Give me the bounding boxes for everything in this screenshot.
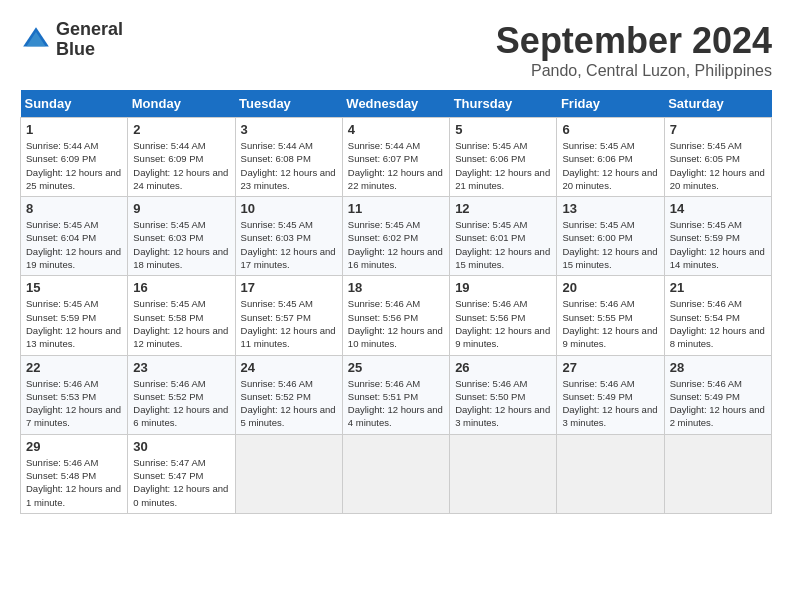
calendar-day-21: 21Sunrise: 5:46 AMSunset: 5:54 PMDayligh…	[664, 276, 771, 355]
header-cell-friday: Friday	[557, 90, 664, 118]
calendar-day-8: 8Sunrise: 5:45 AMSunset: 6:04 PMDaylight…	[21, 197, 128, 276]
calendar-day-28: 28Sunrise: 5:46 AMSunset: 5:49 PMDayligh…	[664, 355, 771, 434]
header-cell-wednesday: Wednesday	[342, 90, 449, 118]
header-cell-monday: Monday	[128, 90, 235, 118]
day-info: Sunrise: 5:46 AMSunset: 5:50 PMDaylight:…	[455, 377, 551, 430]
calendar-week-5: 29Sunrise: 5:46 AMSunset: 5:48 PMDayligh…	[21, 434, 772, 513]
logo-text: General Blue	[56, 20, 123, 60]
calendar-day-7: 7Sunrise: 5:45 AMSunset: 6:05 PMDaylight…	[664, 118, 771, 197]
day-info: Sunrise: 5:46 AMSunset: 5:52 PMDaylight:…	[133, 377, 229, 430]
day-info: Sunrise: 5:45 AMSunset: 6:02 PMDaylight:…	[348, 218, 444, 271]
day-info: Sunrise: 5:47 AMSunset: 5:47 PMDaylight:…	[133, 456, 229, 509]
calendar-day-22: 22Sunrise: 5:46 AMSunset: 5:53 PMDayligh…	[21, 355, 128, 434]
header-cell-sunday: Sunday	[21, 90, 128, 118]
day-info: Sunrise: 5:46 AMSunset: 5:54 PMDaylight:…	[670, 297, 766, 350]
day-number: 1	[26, 122, 122, 137]
day-info: Sunrise: 5:44 AMSunset: 6:08 PMDaylight:…	[241, 139, 337, 192]
day-number: 27	[562, 360, 658, 375]
day-number: 28	[670, 360, 766, 375]
day-info: Sunrise: 5:46 AMSunset: 5:53 PMDaylight:…	[26, 377, 122, 430]
calendar-day-29: 29Sunrise: 5:46 AMSunset: 5:48 PMDayligh…	[21, 434, 128, 513]
calendar-day-9: 9Sunrise: 5:45 AMSunset: 6:03 PMDaylight…	[128, 197, 235, 276]
calendar-day-empty	[450, 434, 557, 513]
calendar-day-17: 17Sunrise: 5:45 AMSunset: 5:57 PMDayligh…	[235, 276, 342, 355]
calendar-table: SundayMondayTuesdayWednesdayThursdayFrid…	[20, 90, 772, 514]
day-number: 19	[455, 280, 551, 295]
day-info: Sunrise: 5:46 AMSunset: 5:51 PMDaylight:…	[348, 377, 444, 430]
day-number: 26	[455, 360, 551, 375]
logo-icon	[20, 24, 52, 56]
calendar-day-24: 24Sunrise: 5:46 AMSunset: 5:52 PMDayligh…	[235, 355, 342, 434]
calendar-week-2: 8Sunrise: 5:45 AMSunset: 6:04 PMDaylight…	[21, 197, 772, 276]
day-info: Sunrise: 5:45 AMSunset: 6:05 PMDaylight:…	[670, 139, 766, 192]
calendar-day-23: 23Sunrise: 5:46 AMSunset: 5:52 PMDayligh…	[128, 355, 235, 434]
day-number: 5	[455, 122, 551, 137]
calendar-day-4: 4Sunrise: 5:44 AMSunset: 6:07 PMDaylight…	[342, 118, 449, 197]
calendar-day-empty	[342, 434, 449, 513]
day-number: 7	[670, 122, 766, 137]
page-header: General Blue September 2024 Pando, Centr…	[20, 20, 772, 80]
day-number: 18	[348, 280, 444, 295]
day-number: 6	[562, 122, 658, 137]
day-number: 2	[133, 122, 229, 137]
calendar-day-10: 10Sunrise: 5:45 AMSunset: 6:03 PMDayligh…	[235, 197, 342, 276]
day-info: Sunrise: 5:46 AMSunset: 5:55 PMDaylight:…	[562, 297, 658, 350]
day-number: 14	[670, 201, 766, 216]
logo: General Blue	[20, 20, 123, 60]
day-info: Sunrise: 5:46 AMSunset: 5:49 PMDaylight:…	[562, 377, 658, 430]
calendar-header: SundayMondayTuesdayWednesdayThursdayFrid…	[21, 90, 772, 118]
day-info: Sunrise: 5:46 AMSunset: 5:48 PMDaylight:…	[26, 456, 122, 509]
calendar-day-16: 16Sunrise: 5:45 AMSunset: 5:58 PMDayligh…	[128, 276, 235, 355]
day-number: 21	[670, 280, 766, 295]
calendar-day-1: 1Sunrise: 5:44 AMSunset: 6:09 PMDaylight…	[21, 118, 128, 197]
calendar-day-15: 15Sunrise: 5:45 AMSunset: 5:59 PMDayligh…	[21, 276, 128, 355]
calendar-day-30: 30Sunrise: 5:47 AMSunset: 5:47 PMDayligh…	[128, 434, 235, 513]
day-number: 10	[241, 201, 337, 216]
location-subtitle: Pando, Central Luzon, Philippines	[496, 62, 772, 80]
day-info: Sunrise: 5:45 AMSunset: 6:01 PMDaylight:…	[455, 218, 551, 271]
calendar-day-11: 11Sunrise: 5:45 AMSunset: 6:02 PMDayligh…	[342, 197, 449, 276]
calendar-day-empty	[557, 434, 664, 513]
calendar-day-3: 3Sunrise: 5:44 AMSunset: 6:08 PMDaylight…	[235, 118, 342, 197]
day-number: 22	[26, 360, 122, 375]
day-number: 17	[241, 280, 337, 295]
day-info: Sunrise: 5:45 AMSunset: 6:00 PMDaylight:…	[562, 218, 658, 271]
day-info: Sunrise: 5:46 AMSunset: 5:56 PMDaylight:…	[348, 297, 444, 350]
day-number: 12	[455, 201, 551, 216]
day-info: Sunrise: 5:44 AMSunset: 6:09 PMDaylight:…	[26, 139, 122, 192]
day-number: 20	[562, 280, 658, 295]
day-info: Sunrise: 5:44 AMSunset: 6:09 PMDaylight:…	[133, 139, 229, 192]
day-number: 23	[133, 360, 229, 375]
day-number: 15	[26, 280, 122, 295]
calendar-day-18: 18Sunrise: 5:46 AMSunset: 5:56 PMDayligh…	[342, 276, 449, 355]
header-cell-saturday: Saturday	[664, 90, 771, 118]
calendar-body: 1Sunrise: 5:44 AMSunset: 6:09 PMDaylight…	[21, 118, 772, 514]
day-number: 4	[348, 122, 444, 137]
day-info: Sunrise: 5:46 AMSunset: 5:56 PMDaylight:…	[455, 297, 551, 350]
calendar-day-26: 26Sunrise: 5:46 AMSunset: 5:50 PMDayligh…	[450, 355, 557, 434]
calendar-week-1: 1Sunrise: 5:44 AMSunset: 6:09 PMDaylight…	[21, 118, 772, 197]
day-info: Sunrise: 5:46 AMSunset: 5:52 PMDaylight:…	[241, 377, 337, 430]
header-cell-tuesday: Tuesday	[235, 90, 342, 118]
day-number: 9	[133, 201, 229, 216]
calendar-day-5: 5Sunrise: 5:45 AMSunset: 6:06 PMDaylight…	[450, 118, 557, 197]
day-info: Sunrise: 5:45 AMSunset: 6:03 PMDaylight:…	[133, 218, 229, 271]
calendar-day-14: 14Sunrise: 5:45 AMSunset: 5:59 PMDayligh…	[664, 197, 771, 276]
day-number: 24	[241, 360, 337, 375]
calendar-day-19: 19Sunrise: 5:46 AMSunset: 5:56 PMDayligh…	[450, 276, 557, 355]
calendar-day-20: 20Sunrise: 5:46 AMSunset: 5:55 PMDayligh…	[557, 276, 664, 355]
calendar-week-4: 22Sunrise: 5:46 AMSunset: 5:53 PMDayligh…	[21, 355, 772, 434]
day-number: 11	[348, 201, 444, 216]
calendar-week-3: 15Sunrise: 5:45 AMSunset: 5:59 PMDayligh…	[21, 276, 772, 355]
day-info: Sunrise: 5:45 AMSunset: 5:59 PMDaylight:…	[670, 218, 766, 271]
calendar-day-empty	[235, 434, 342, 513]
calendar-day-25: 25Sunrise: 5:46 AMSunset: 5:51 PMDayligh…	[342, 355, 449, 434]
day-info: Sunrise: 5:46 AMSunset: 5:49 PMDaylight:…	[670, 377, 766, 430]
title-block: September 2024 Pando, Central Luzon, Phi…	[496, 20, 772, 80]
day-info: Sunrise: 5:45 AMSunset: 5:57 PMDaylight:…	[241, 297, 337, 350]
month-title: September 2024	[496, 20, 772, 62]
header-cell-thursday: Thursday	[450, 90, 557, 118]
calendar-day-13: 13Sunrise: 5:45 AMSunset: 6:00 PMDayligh…	[557, 197, 664, 276]
day-number: 3	[241, 122, 337, 137]
day-number: 30	[133, 439, 229, 454]
